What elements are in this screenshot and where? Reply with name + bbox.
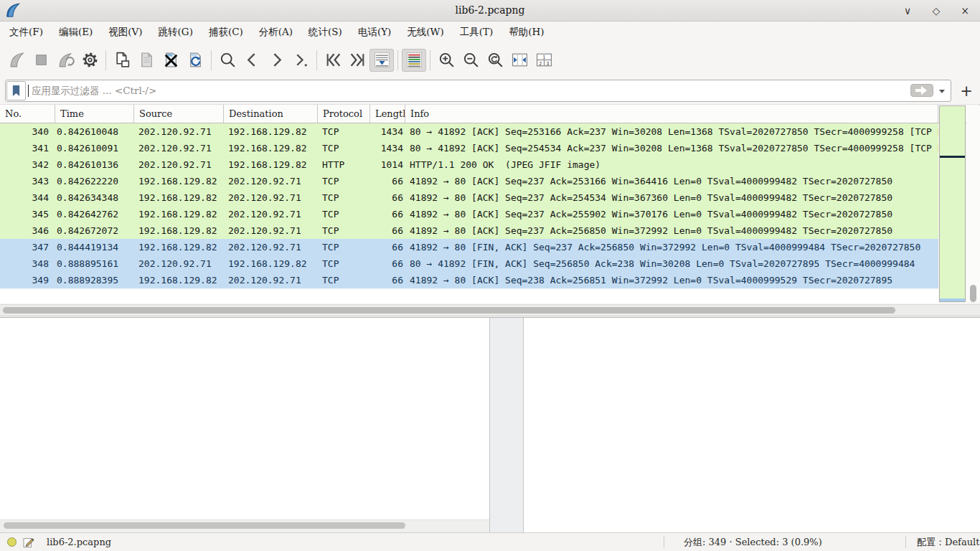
- toolbar-separator: [430, 50, 430, 70]
- zoom-out-button[interactable]: [458, 49, 483, 72]
- reload-file-button[interactable]: [183, 49, 207, 72]
- cell-protocol: TCP: [318, 239, 370, 255]
- menu-help[interactable]: 帮助(H): [501, 22, 552, 43]
- vertical-scrollbar-track[interactable]: [966, 105, 980, 302]
- cell-destination: 192.168.129.82: [224, 140, 318, 156]
- column-header-source[interactable]: Source: [134, 105, 224, 123]
- cell-length: 66: [370, 222, 405, 239]
- text-caret: [28, 85, 29, 97]
- save-file-button[interactable]: [134, 49, 159, 72]
- menu-edit[interactable]: 编辑(E): [51, 22, 100, 43]
- stop-capture-button[interactable]: [29, 49, 53, 72]
- packet-row-344[interactable]: 3440.842634348192.168.129.82202.120.92.7…: [0, 189, 938, 206]
- close-file-button[interactable]: [159, 49, 183, 72]
- menu-statistics[interactable]: 统计(S): [301, 22, 350, 43]
- cell-source: 202.120.92.71: [134, 140, 224, 156]
- find-packet-button[interactable]: [215, 49, 240, 72]
- filter-apply-button[interactable]: [910, 84, 933, 97]
- intelligent-scrollbar[interactable]: [939, 105, 966, 302]
- colorize-button[interactable]: [402, 49, 426, 72]
- menu-tools[interactable]: 工具(T): [452, 22, 501, 43]
- filter-bar: 应用显示过滤器 ... <Ctrl-/> +: [0, 77, 980, 105]
- last-packet-icon: [349, 51, 367, 69]
- menu-file[interactable]: 文件(F): [1, 22, 51, 43]
- window-title: lib6-2.pcapng: [0, 0, 980, 21]
- cell-no: 343: [0, 173, 55, 189]
- gear-icon: [81, 51, 99, 69]
- menu-go[interactable]: 跳转(G): [151, 22, 201, 43]
- cell-time: 0.842672072: [55, 222, 134, 239]
- packet-row-348[interactable]: 3480.888895161202.120.92.71192.168.129.8…: [0, 255, 938, 272]
- minimap-marker: [940, 156, 965, 158]
- cell-protocol: TCP: [318, 173, 370, 189]
- expert-info-icon[interactable]: [7, 537, 17, 547]
- column-header-protocol[interactable]: Protocol: [318, 105, 370, 123]
- packet-row-340[interactable]: 3400.842610048202.120.92.71192.168.129.8…: [0, 123, 938, 140]
- resize-columns-button[interactable]: [507, 49, 532, 72]
- main-toolbar: 123: [0, 44, 980, 76]
- filter-bookmark-button[interactable]: [6, 81, 26, 100]
- menu-capture[interactable]: 捕获(C): [201, 22, 251, 43]
- menu-view[interactable]: 视图(V): [100, 22, 150, 43]
- packet-list-header: No.TimeSourceDestinationProtocolLengthIn…: [0, 105, 980, 123]
- status-profile[interactable]: 配置：Default: [917, 533, 979, 551]
- column-header-no[interactable]: No.: [0, 105, 55, 123]
- cell-protocol: TCP: [318, 189, 370, 206]
- packet-row-343[interactable]: 3430.842622220192.168.129.82202.120.92.7…: [0, 173, 938, 189]
- cell-destination: 202.120.92.71: [224, 173, 318, 189]
- zoom-in-button[interactable]: [434, 49, 458, 72]
- cell-protocol: HTTP: [318, 156, 370, 173]
- vertical-scrollbar-thumb[interactable]: [970, 285, 976, 302]
- go-forward-button[interactable]: [264, 49, 288, 72]
- goto-packet-icon: [292, 51, 310, 69]
- auto-scroll-button[interactable]: [369, 49, 394, 72]
- minimize-icon[interactable]: ∨: [898, 2, 917, 19]
- details-hscrollbar-thumb[interactable]: [4, 522, 405, 529]
- capture-comment-icon[interactable]: [23, 537, 34, 548]
- display-filter-input[interactable]: 应用显示过滤器 ... <Ctrl-/>: [5, 80, 951, 102]
- cell-time: 0.844419134: [55, 239, 134, 255]
- first-packet-icon: [324, 51, 342, 69]
- packet-row-345[interactable]: 3450.842642762192.168.129.82202.120.92.7…: [0, 206, 938, 222]
- restart-capture-button[interactable]: [53, 49, 77, 72]
- zoom-reset-button[interactable]: [483, 49, 507, 72]
- toolbar-separator: [316, 50, 317, 70]
- go-to-packet-button[interactable]: [288, 49, 313, 72]
- auto-scroll-icon: [373, 51, 391, 69]
- packet-row-346[interactable]: 3460.842672072192.168.129.82202.120.92.7…: [0, 222, 938, 239]
- column-header-info[interactable]: Info: [405, 105, 938, 123]
- packet-list-hscrollbar-thumb[interactable]: [3, 307, 895, 314]
- maximize-icon[interactable]: ◇: [927, 2, 946, 19]
- open-file-button[interactable]: [110, 49, 134, 72]
- menu-analyze[interactable]: 分析(A): [251, 22, 301, 43]
- column-header-time[interactable]: Time: [55, 105, 134, 123]
- capture-options-button[interactable]: [77, 49, 102, 72]
- packet-row-349[interactable]: 3490.888928395192.168.129.82202.120.92.7…: [0, 272, 938, 288]
- start-capture-button[interactable]: [4, 49, 29, 72]
- pane-layout-button[interactable]: 123: [532, 49, 556, 72]
- reload-file-icon: [187, 51, 204, 69]
- column-header-destination[interactable]: Destination: [224, 105, 318, 123]
- last-packet-button[interactable]: [345, 49, 369, 72]
- filter-add-button[interactable]: +: [958, 81, 975, 101]
- toolbar-separator: [105, 50, 106, 70]
- close-file-icon: [162, 51, 180, 69]
- go-back-button[interactable]: [240, 49, 264, 72]
- filter-dropdown-icon[interactable]: [939, 90, 945, 93]
- cell-time: 0.842642762: [55, 206, 134, 222]
- cell-protocol: TCP: [318, 123, 370, 140]
- details-hscrollbar[interactable]: [0, 519, 489, 532]
- packet-list-hscrollbar[interactable]: [0, 304, 980, 316]
- menu-wireless[interactable]: 无线(W): [399, 22, 451, 43]
- bookmark-icon: [11, 85, 21, 97]
- svg-text:3: 3: [546, 61, 549, 66]
- close-icon[interactable]: ×: [956, 2, 974, 19]
- first-packet-button[interactable]: [321, 49, 345, 72]
- status-packet-count: 分组: 349 · Selected: 3 (0.9%): [684, 533, 822, 551]
- cell-time: 0.842610091: [55, 140, 134, 156]
- column-header-length[interactable]: Length: [370, 105, 405, 123]
- packet-row-342[interactable]: 3420.842610136202.120.92.71192.168.129.8…: [0, 156, 938, 173]
- packet-row-341[interactable]: 3410.842610091202.120.92.71192.168.129.8…: [0, 140, 938, 156]
- packet-row-347[interactable]: 3470.844419134192.168.129.82202.120.92.7…: [0, 239, 938, 255]
- menu-telephony[interactable]: 电话(Y): [350, 22, 399, 43]
